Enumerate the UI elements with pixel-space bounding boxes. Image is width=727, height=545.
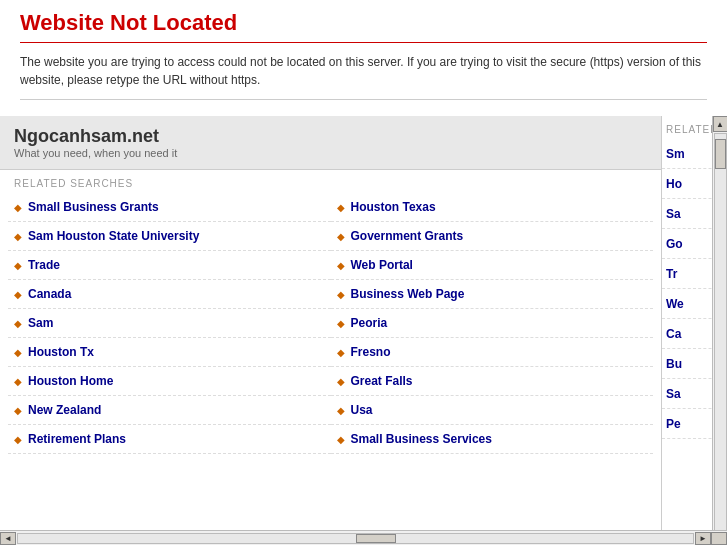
search-link[interactable]: Trade [28,258,60,272]
site-subtitle: What you need, when you need it [14,147,647,159]
search-link[interactable]: Houston Tx [28,345,94,359]
search-link[interactable]: Web Portal [351,258,413,272]
horizontal-scrollbar: ◄ ► [0,530,727,545]
diamond-icon: ◆ [14,260,22,271]
far-right-link[interactable]: Tr [666,267,677,281]
error-section: Website Not Located The website you are … [0,0,727,116]
search-link[interactable]: Great Falls [351,374,413,388]
far-right-link[interactable]: Bu [666,357,682,371]
far-right-link[interactable]: Sa [666,387,681,401]
search-grid: ◆Small Business Grants◆Sam Houston State… [0,193,661,454]
scroll-left-btn[interactable]: ◄ [0,532,16,545]
left-search-item: ◆Houston Home [8,367,331,396]
search-link[interactable]: Houston Texas [351,200,436,214]
search-link[interactable]: Small Business Services [351,432,492,446]
scrollbar-corner [711,532,727,545]
diamond-icon: ◆ [337,347,345,358]
right-search-item: ◆Fresno [331,338,654,367]
right-search-item: ◆Small Business Services [331,425,654,454]
far-right-link[interactable]: Sa [666,207,681,221]
hscroll-thumb[interactable] [356,534,396,543]
hscroll-track [17,533,694,544]
diamond-icon: ◆ [14,289,22,300]
right-col: ◆Houston Texas◆Government Grants◆Web Por… [331,193,654,454]
right-search-item: ◆Peoria [331,309,654,338]
left-search-item: ◆Retirement Plans [8,425,331,454]
diamond-icon: ◆ [14,405,22,416]
right-search-item: ◆Great Falls [331,367,654,396]
diamond-icon: ◆ [337,318,345,329]
diamond-icon: ◆ [14,202,22,213]
diamond-icon: ◆ [14,231,22,242]
right-panel: RELATED SmHoSaGoTrWeCaBuSaPe ▲ ▼ [662,116,727,545]
left-search-item: ◆Houston Tx [8,338,331,367]
left-search-item: ◆Trade [8,251,331,280]
diamond-icon: ◆ [337,434,345,445]
diamond-icon: ◆ [337,376,345,387]
page-wrapper: Website Not Located The website you are … [0,0,727,545]
scroll-thumb[interactable] [715,139,726,169]
far-right-link[interactable]: Ca [666,327,681,341]
diamond-icon: ◆ [337,260,345,271]
scroll-track [714,133,727,534]
search-link[interactable]: Usa [351,403,373,417]
main-content: Ngocanhsam.net What you need, when you n… [0,116,727,545]
right-search-item: ◆Business Web Page [331,280,654,309]
search-link[interactable]: Fresno [351,345,391,359]
center-panel: Ngocanhsam.net What you need, when you n… [0,116,662,545]
error-title: Website Not Located [20,10,707,43]
left-search-item: ◆Sam [8,309,331,338]
search-link[interactable]: New Zealand [28,403,101,417]
right-search-item: ◆Usa [331,396,654,425]
diamond-icon: ◆ [337,231,345,242]
right-search-item: ◆Government Grants [331,222,654,251]
diamond-icon: ◆ [14,376,22,387]
far-right-link[interactable]: Ho [666,177,682,191]
search-link[interactable]: Houston Home [28,374,113,388]
diamond-icon: ◆ [14,434,22,445]
search-link[interactable]: Sam [28,316,53,330]
search-link[interactable]: Peoria [351,316,388,330]
site-title: Ngocanhsam.net [14,126,647,147]
left-search-item: ◆New Zealand [8,396,331,425]
divider [20,99,707,100]
search-link[interactable]: Canada [28,287,71,301]
left-search-item: ◆Canada [8,280,331,309]
far-right-link[interactable]: Pe [666,417,681,431]
left-col: ◆Small Business Grants◆Sam Houston State… [8,193,331,454]
related-searches-label: RELATED SEARCHES [0,170,661,193]
diamond-icon: ◆ [14,347,22,358]
vertical-scrollbar: ▲ ▼ [712,116,727,545]
search-link[interactable]: Small Business Grants [28,200,159,214]
left-search-item: ◆Sam Houston State University [8,222,331,251]
scroll-right-btn[interactable]: ► [695,532,711,545]
error-body: The website you are trying to access cou… [20,53,707,89]
diamond-icon: ◆ [337,289,345,300]
right-search-item: ◆Web Portal [331,251,654,280]
diamond-icon: ◆ [337,405,345,416]
diamond-icon: ◆ [14,318,22,329]
search-link[interactable]: Retirement Plans [28,432,126,446]
diamond-icon: ◆ [337,202,345,213]
site-header: Ngocanhsam.net What you need, when you n… [0,116,661,170]
far-right-link[interactable]: Sm [666,147,685,161]
far-right-link[interactable]: We [666,297,684,311]
search-link[interactable]: Sam Houston State University [28,229,199,243]
far-right-link[interactable]: Go [666,237,683,251]
right-search-item: ◆Houston Texas [331,193,654,222]
search-link[interactable]: Government Grants [351,229,464,243]
scroll-up-btn[interactable]: ▲ [713,116,728,132]
left-search-item: ◆Small Business Grants [8,193,331,222]
search-link[interactable]: Business Web Page [351,287,465,301]
